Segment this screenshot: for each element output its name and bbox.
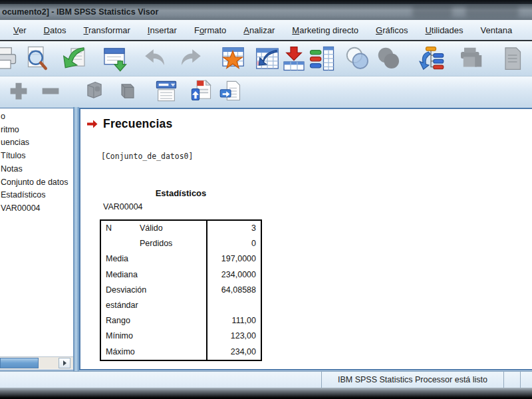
row-label: Perdidos <box>101 236 206 251</box>
designate-window-icon <box>219 45 246 72</box>
row-value: 3 <box>206 221 261 236</box>
undo-icon <box>141 45 168 72</box>
undo-button[interactable] <box>140 44 169 73</box>
tree-item-notas[interactable]: Notas <box>0 163 73 176</box>
scrollbar-thumb[interactable] <box>0 358 39 368</box>
tree-item-var00004[interactable]: VAR00004 <box>0 202 73 215</box>
row-value: 0 <box>206 236 261 251</box>
collapse-button[interactable] <box>37 78 64 104</box>
menu-item-datos[interactable]: Datos <box>36 23 74 38</box>
tree-item-uencias[interactable]: uencias <box>0 136 73 150</box>
tree-item-conjunto-de-datos[interactable]: Conjunto de datos <box>0 176 73 190</box>
table-row: Máximo234,00 <box>101 344 261 360</box>
use-variable-sets-disabled-icon <box>376 45 402 72</box>
output-heading-row: Frecuencias <box>86 117 172 131</box>
title-bar[interactable]: ocumento2] - IBM SPSS Statistics Visor <box>0 4 532 20</box>
show-icon <box>82 79 106 103</box>
expand-button[interactable] <box>5 78 32 104</box>
main-toolbar <box>0 41 532 76</box>
row-label: Máximo <box>101 344 206 360</box>
statistics-variable-name: VAR00004 <box>103 202 143 211</box>
status-message: IBM SPSS Statistics Processor está listo <box>321 372 503 388</box>
collapse-icon <box>39 79 63 103</box>
outline-horizontal-scrollbar[interactable] <box>0 356 73 369</box>
table-row: Mediana234,0000 <box>101 267 261 283</box>
export-icon <box>61 45 88 72</box>
use-variable-sets-disabled-button[interactable] <box>374 44 404 73</box>
row-label: Rango <box>101 313 206 329</box>
menu-item-formato[interactable]: Formato <box>186 23 234 38</box>
outline-toolbar <box>0 76 532 108</box>
status-cell-small-1 <box>503 372 520 388</box>
expand-icon <box>7 79 31 103</box>
menu-item-graficos[interactable]: Gráficos <box>368 23 416 38</box>
table-row: NVálido3 <box>101 221 261 236</box>
outline-pane: oritmouenciasTítulosNotasConjunto de dat… <box>0 108 73 370</box>
menu-item-ventana[interactable]: Ventana <box>473 23 521 38</box>
menu-item-ver[interactable]: Ver <box>5 23 35 38</box>
disabled-tool-2-icon <box>499 45 525 72</box>
print-icon <box>0 45 17 72</box>
dataset-reference: [Conjunto_de_datos0] <box>101 152 193 161</box>
hide-icon <box>116 79 140 103</box>
row-value: 234,0000 <box>206 267 261 283</box>
table-row: Mínimo123,00 <box>101 329 261 344</box>
disabled-tool-1-icon <box>458 45 484 72</box>
recall-dialogs-button[interactable] <box>100 44 129 73</box>
status-cell-empty <box>0 372 321 388</box>
titlebar-shade <box>412 5 452 17</box>
tree-item-titulos[interactable]: Títulos <box>0 150 73 163</box>
titlebar-shade <box>466 5 519 17</box>
table-row: Perdidos0 <box>101 236 261 251</box>
goto-data-button[interactable] <box>253 44 282 73</box>
print-preview-button[interactable] <box>22 44 51 73</box>
print-button[interactable] <box>0 44 19 73</box>
goto-case-button[interactable] <box>279 44 309 73</box>
screen-bottom-edge <box>0 388 532 399</box>
use-variable-sets-button[interactable] <box>343 44 372 73</box>
row-label: Desviación estándar <box>101 283 206 313</box>
variables-button[interactable] <box>307 44 336 73</box>
insert-title-icon <box>190 79 213 103</box>
tree-item-o[interactable]: o <box>0 110 73 124</box>
goto-data-icon <box>254 45 281 72</box>
menu-item-insertar[interactable]: Insertar <box>140 23 185 38</box>
pane-splitter[interactable] <box>73 107 79 371</box>
table-row: Media197,0000 <box>101 251 261 267</box>
results-tree-button[interactable] <box>416 44 446 73</box>
outline-tree: oritmouenciasTítulosNotasConjunto de dat… <box>0 108 73 215</box>
show-button[interactable] <box>81 78 108 104</box>
row-value: 111,00 <box>206 313 261 329</box>
insert-text-button[interactable] <box>217 78 244 104</box>
insert-heading-icon <box>154 79 178 103</box>
print-preview-icon <box>23 45 50 72</box>
output-heading: Frecuencias <box>103 117 172 131</box>
workspace: oritmouenciasTítulosNotasConjunto de dat… <box>0 107 532 371</box>
insert-heading-button[interactable] <box>153 78 180 104</box>
statistics-table[interactable]: NVálido3Perdidos0Media197,0000Mediana234… <box>100 219 262 361</box>
disabled-tool-1-button[interactable] <box>456 44 485 73</box>
tree-item-ritmo[interactable]: ritmo <box>0 124 73 137</box>
window-title: ocumento2] - IBM SPSS Statistics Visor <box>0 7 158 17</box>
scroll-right-button[interactable] <box>59 358 70 368</box>
disabled-tool-2-button[interactable] <box>497 44 527 73</box>
row-label: Mediana <box>101 267 206 283</box>
menu-item-analizar[interactable]: Analizar <box>235 23 283 38</box>
hide-button[interactable] <box>114 78 141 104</box>
row-value: 64,08588 <box>206 283 261 313</box>
status-bar: IBM SPSS Statistics Processor está listo <box>0 371 532 388</box>
row-label: Mínimo <box>101 329 206 344</box>
designate-window-button[interactable] <box>218 44 247 73</box>
statistics-table-title: Estadísticos <box>100 188 262 198</box>
menu-item-marketing-directo[interactable]: Marketing directo <box>284 23 366 38</box>
table-row: Rango111,00 <box>101 313 261 329</box>
redo-button[interactable] <box>177 44 206 73</box>
goto-case-icon <box>281 45 307 72</box>
menu-item-utilidades[interactable]: Utilidades <box>417 23 471 38</box>
menu-item-transformar[interactable]: Transformar <box>76 23 138 38</box>
variables-icon <box>309 45 335 72</box>
redo-icon <box>178 45 205 72</box>
export-button[interactable] <box>60 44 89 73</box>
tree-item-estadisticos[interactable]: Estadísticos <box>0 189 73 202</box>
insert-title-button[interactable] <box>188 78 215 104</box>
